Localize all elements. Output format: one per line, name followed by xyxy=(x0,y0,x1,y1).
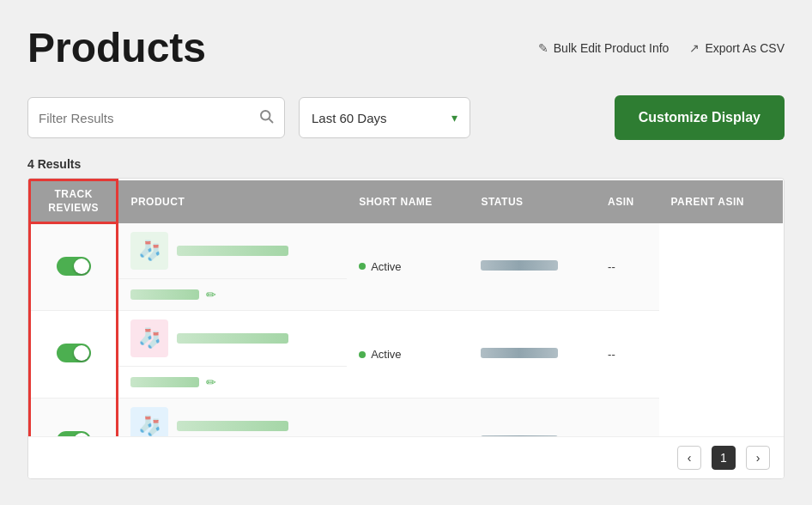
chevron-down-icon: ▾ xyxy=(451,111,458,125)
col-parent-asin: PARENT ASIN xyxy=(659,180,783,223)
col-track-reviews: TRACKREVIEWS xyxy=(30,180,118,223)
header-actions: ✎ Bulk Edit Product Info ↗ Export As CSV xyxy=(538,41,785,55)
product-image: 🧦 xyxy=(130,232,168,270)
asin-cell xyxy=(469,223,596,311)
status-label: Active xyxy=(371,435,401,436)
results-count: 4 Results xyxy=(27,157,785,171)
filter-input-wrap xyxy=(27,97,285,138)
toggle-cell xyxy=(30,399,118,436)
export-icon: ↗ xyxy=(689,41,700,55)
table-row: 🧦✏Active-- xyxy=(30,223,783,311)
product-cell: 🧦 xyxy=(118,399,347,436)
product-cell: 🧦 xyxy=(118,223,347,279)
products-table: TRACKREVIEWS PRODUCT SHORT NAME STATUS A… xyxy=(28,179,784,436)
product-image: 🧦 xyxy=(130,407,168,436)
date-range-select[interactable]: Last 60 Days ▾ xyxy=(299,97,470,138)
status-label: Active xyxy=(371,348,401,361)
asin-blurred xyxy=(481,435,558,436)
filter-row: Last 60 Days ▾ Customize Display xyxy=(27,95,785,140)
bulk-edit-link[interactable]: ✎ Bulk Edit Product Info xyxy=(538,41,670,55)
parent-asin-cell: -- xyxy=(596,223,658,311)
short-name-blurred xyxy=(130,377,199,387)
export-label: Export As CSV xyxy=(705,41,785,55)
product-name-blurred xyxy=(177,246,288,256)
track-reviews-toggle[interactable] xyxy=(57,344,91,362)
table-row: 🧦✏Active-- xyxy=(30,311,783,399)
status-dot xyxy=(359,263,366,270)
header-row: Products ✎ Bulk Edit Product Info ↗ Expo… xyxy=(27,24,785,71)
filter-input[interactable] xyxy=(39,111,258,125)
short-name-cell: ✏ xyxy=(118,367,347,399)
toggle-cell xyxy=(30,223,118,311)
track-reviews-toggle[interactable] xyxy=(57,431,91,436)
product-name-blurred xyxy=(177,333,288,344)
parent-asin-cell: -- xyxy=(596,399,658,436)
status-cell: Active xyxy=(347,311,469,399)
pagination-row: ‹ 1 › xyxy=(28,436,784,478)
bulk-edit-label: Bulk Edit Product Info xyxy=(554,41,670,55)
product-cell: 🧦 xyxy=(118,311,347,367)
table-wrapper: TRACKREVIEWS PRODUCT SHORT NAME STATUS A… xyxy=(28,179,784,436)
parent-asin-cell: -- xyxy=(596,311,658,399)
page-title: Products xyxy=(27,24,206,71)
edit-short-name-icon[interactable]: ✏ xyxy=(206,375,216,389)
asin-blurred xyxy=(481,260,558,271)
edit-short-name-icon[interactable]: ✏ xyxy=(206,288,216,301)
date-range-label: Last 60 Days xyxy=(312,111,445,125)
col-short-name: SHORT NAME xyxy=(347,180,469,223)
customize-display-button[interactable]: Customize Display xyxy=(615,95,785,140)
short-name-blurred xyxy=(130,289,199,300)
current-page-number[interactable]: 1 xyxy=(712,446,736,470)
products-table-container: TRACKREVIEWS PRODUCT SHORT NAME STATUS A… xyxy=(27,178,785,479)
short-name-cell: ✏ xyxy=(118,279,347,311)
status-dot xyxy=(359,351,366,358)
track-reviews-toggle[interactable] xyxy=(57,257,91,276)
edit-doc-icon: ✎ xyxy=(538,41,548,55)
search-icon xyxy=(258,108,274,128)
svg-line-1 xyxy=(269,119,272,122)
export-csv-link[interactable]: ↗ Export As CSV xyxy=(689,41,785,55)
col-asin: ASIN xyxy=(596,180,658,223)
status-cell: Active xyxy=(347,399,469,436)
product-image: 🧦 xyxy=(130,319,168,357)
next-page-button[interactable]: › xyxy=(746,446,770,470)
product-name-blurred xyxy=(177,421,288,431)
table-row: 🧦✏Active-- xyxy=(30,399,783,436)
col-status: STATUS xyxy=(469,180,596,223)
toggle-cell xyxy=(30,311,118,399)
asin-cell xyxy=(469,399,596,436)
asin-cell xyxy=(469,311,596,399)
col-product: PRODUCT xyxy=(118,180,347,223)
status-label: Active xyxy=(371,260,401,273)
prev-page-button[interactable]: ‹ xyxy=(677,446,701,470)
asin-blurred xyxy=(481,348,558,358)
status-cell: Active xyxy=(347,223,469,311)
